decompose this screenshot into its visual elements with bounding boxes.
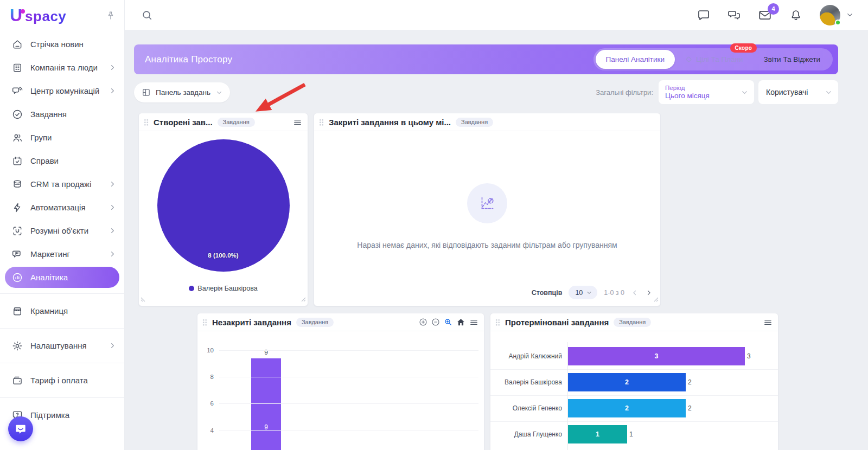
tab-goals-plans[interactable]: Цілі Та Плани — [675, 50, 754, 69]
period-filter[interactable]: Період Цього місяця — [659, 80, 754, 104]
sidebar-item-4[interactable]: Групи — [0, 126, 124, 149]
sidebar-item-2[interactable]: Центр комунікацій — [0, 79, 124, 102]
page-range: 1-0 з 0 — [604, 289, 624, 297]
sidebar-item-label: Групи — [30, 133, 52, 142]
board-selector[interactable]: Панель завдань — [134, 82, 230, 102]
resize-handle-icon[interactable] — [654, 294, 659, 304]
diamond-icon — [685, 56, 692, 63]
topbar: 4 — [125, 0, 868, 30]
bolt-icon — [12, 202, 23, 213]
drag-handle-icon[interactable] — [202, 319, 207, 326]
bar-end-value: 2 — [688, 404, 692, 412]
page-banner: Аналітика Простору Панелі Аналітики Цілі… — [134, 44, 838, 74]
sidebar-item-3[interactable]: Завдання — [0, 102, 124, 126]
previous-page-icon[interactable] — [631, 289, 639, 297]
online-status-dot — [835, 20, 841, 25]
empty-state: Наразі немає даних, які відповідають зад… — [314, 131, 660, 249]
resize-handle-icon[interactable] — [301, 294, 306, 304]
zoom-out-circle-icon[interactable] — [431, 318, 440, 326]
dashboard-icon — [142, 88, 151, 97]
sidebar-item-label: Аналітика — [30, 273, 68, 282]
row-separator — [490, 421, 778, 422]
widget-title: Створені зав... — [154, 118, 213, 127]
bar-inner-value: 9 — [251, 423, 281, 431]
row-separator — [490, 369, 778, 370]
calendar-icon — [12, 156, 23, 166]
tab-reports-widgets[interactable]: Звіти Та Віджети — [754, 50, 831, 69]
user-menu[interactable] — [820, 5, 854, 25]
gridline — [219, 430, 478, 431]
chevron-right-icon — [108, 342, 117, 350]
sidebar-item-7[interactable]: Автоматизація — [0, 196, 124, 219]
sidebar-item-label: Компанія та люди — [30, 63, 98, 72]
sidebar-divider — [0, 363, 124, 363]
next-page-icon[interactable] — [645, 289, 653, 297]
avatar[interactable] — [820, 5, 840, 25]
sidebar-item-0[interactable]: Стрічка новин — [0, 33, 124, 56]
sidebar-item-11[interactable]: Крамниця — [0, 299, 124, 323]
drag-handle-icon[interactable] — [495, 319, 500, 326]
sidebar-item-10[interactable]: Аналітика — [5, 267, 119, 288]
bell-icon[interactable] — [789, 9, 802, 22]
widget-menu-icon[interactable] — [469, 318, 478, 327]
widget-title: Протерміновані завдання — [505, 318, 609, 327]
hbar-1[interactable]: 2 — [568, 373, 686, 391]
widget-menu-icon[interactable] — [293, 118, 302, 127]
banner-tabs: Панелі Аналітики Цілі Та Плани Звіти Та … — [593, 48, 833, 70]
comment-icon[interactable] — [697, 9, 710, 22]
analytics-icon — [12, 272, 23, 283]
chevron-right-icon — [108, 180, 117, 188]
sidebar-item-label: Центр комунікацій — [30, 86, 99, 95]
pie-chart[interactable]: 8 (100.0%) — [157, 139, 290, 272]
users-filter[interactable]: Користувачі — [758, 80, 838, 104]
sidebar-item-label: Автоматизація — [30, 203, 86, 212]
pin-sidebar-icon[interactable] — [106, 11, 116, 21]
sidebar-item-label: CRM та продажі — [30, 179, 91, 189]
y-axis-tick: 6 — [197, 400, 214, 407]
sidebar-item-1[interactable]: Компанія та люди — [0, 56, 124, 79]
zoom-in-circle-icon[interactable] — [419, 318, 427, 326]
hbar-0[interactable]: 3 — [568, 347, 745, 365]
tab-analytics-panels[interactable]: Панелі Аналітики — [596, 50, 675, 69]
hbar-2[interactable]: 2 — [568, 399, 686, 417]
support-chat-bubble[interactable] — [8, 416, 33, 441]
drag-handle-icon[interactable] — [144, 119, 149, 126]
horizontal-bar-chart[interactable]: Андрій Калюжний33Валерія Башкірова22Олек… — [490, 331, 778, 450]
comms-icon — [12, 86, 23, 97]
sidebar-item-label: Підтримка — [30, 410, 69, 420]
bar-valeriia[interactable]: 9 — [251, 358, 281, 450]
dashboard-content: Аналітика Простору Панелі Аналітики Цілі… — [125, 30, 868, 450]
drag-handle-icon[interactable] — [319, 119, 324, 126]
home-icon — [12, 39, 23, 50]
sidebar-item-label: Завдання — [30, 110, 67, 119]
bar-end-value: 1 — [629, 430, 633, 438]
bar-chart[interactable]: 9 9 10864 — [197, 331, 484, 450]
sidebar-item-9[interactable]: Маркетинг — [0, 242, 124, 266]
group-chat-icon[interactable] — [727, 9, 741, 22]
sidebar-item-8[interactable]: Розумні об'єкти — [0, 219, 124, 242]
resize-handle-icon[interactable] — [141, 294, 145, 304]
uspacy-logo[interactable]: U spacy — [10, 7, 66, 25]
chevron-right-icon — [108, 227, 117, 235]
page-size-select[interactable]: 10 — [569, 286, 597, 299]
empty-state-text: Наразі немає даних, які відповідають зад… — [341, 241, 633, 249]
legend-label: Валерія Башкірова — [197, 285, 257, 292]
hbar-3[interactable]: 1 — [568, 425, 627, 443]
logo-dot — [21, 9, 25, 14]
sidebar-item-13[interactable]: Тариф і оплата — [0, 369, 124, 392]
reset-home-icon[interactable] — [456, 318, 465, 327]
search-icon[interactable] — [141, 9, 153, 21]
sidebar-item-12[interactable]: Налаштування — [0, 334, 124, 357]
widget-menu-icon[interactable] — [763, 318, 773, 327]
mail-icon[interactable]: 4 — [758, 8, 772, 22]
chevron-down-icon — [586, 290, 592, 296]
sidebar-item-6[interactable]: CRM та продажі — [0, 172, 124, 196]
sidebar-item-5[interactable]: Справи — [0, 149, 124, 172]
selection-zoom-icon[interactable] — [444, 318, 452, 326]
widget-title: Закриті завдання в цьому мі... — [329, 118, 451, 127]
sidebar-divider — [0, 293, 124, 294]
sidebar-item-label: Крамниця — [30, 306, 68, 316]
sidebar-item-label: Справи — [30, 156, 59, 165]
chevron-down-icon — [741, 88, 749, 97]
y-axis-tick: 10 — [197, 347, 214, 353]
